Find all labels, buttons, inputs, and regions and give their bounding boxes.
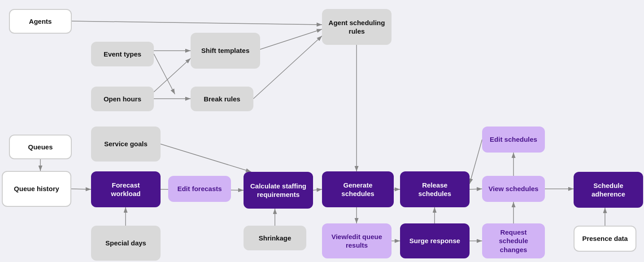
- special-days-node: Special days: [91, 226, 161, 261]
- svg-line-9: [161, 144, 251, 172]
- shrinkage-node: Shrinkage: [244, 226, 306, 250]
- svg-line-2: [71, 189, 91, 189]
- calculate-staffing-node: Calculate staffing requirements: [244, 172, 313, 209]
- request-schedule-changes-node: Request schedule changes: [482, 223, 545, 258]
- schedule-adherence-node: Schedule adherence: [574, 172, 643, 208]
- release-schedules-node: Release schedules: [400, 171, 470, 207]
- agents-node: Agents: [9, 9, 72, 34]
- event-types-node: Event types: [91, 42, 154, 66]
- edit-forecasts-node: Edit forecasts: [168, 176, 231, 202]
- agent-scheduling-rules-node: Agent scheduling rules: [322, 9, 392, 45]
- svg-line-4: [154, 54, 175, 94]
- svg-line-5: [154, 58, 191, 92]
- diagram: AgentsQueuesQueue historyEvent typesOpen…: [0, 0, 644, 262]
- queues-node: Queues: [9, 135, 72, 159]
- svg-line-0: [72, 21, 322, 25]
- shift-templates-node: Shift templates: [191, 33, 260, 69]
- svg-line-14: [470, 189, 482, 189]
- view-edit-queue-node: View/edit queue results: [322, 223, 392, 258]
- forecast-workload-node: Forecast workload: [91, 171, 161, 207]
- svg-line-8: [253, 36, 322, 99]
- open-hours-node: Open hours: [91, 87, 154, 111]
- presence-data-node: Presence data: [574, 226, 636, 252]
- surge-response-node: Surge response: [400, 223, 470, 258]
- svg-line-25: [470, 140, 482, 184]
- view-schedules-node: View schedules: [482, 176, 545, 202]
- edit-schedules-node: Edit schedules: [482, 127, 545, 153]
- generate-schedules-node: Generate schedules: [322, 171, 394, 207]
- svg-line-7: [260, 29, 322, 49]
- service-goals-node: Service goals: [91, 127, 161, 162]
- queue-history-node: Queue history: [2, 171, 71, 207]
- svg-line-12: [313, 189, 322, 190]
- break-rules-node: Break rules: [191, 87, 253, 111]
